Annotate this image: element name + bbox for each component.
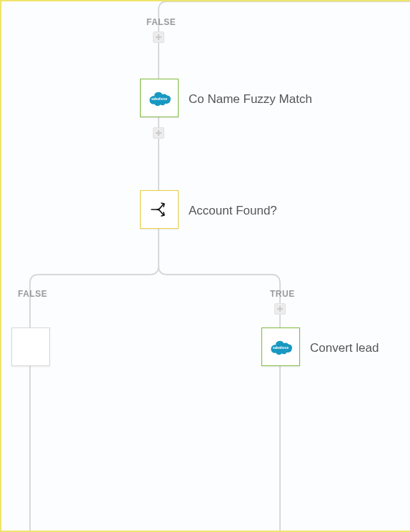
add-step-button[interactable] xyxy=(153,31,164,43)
node-placeholder[interactable] xyxy=(11,327,50,366)
node-account-found-label: Account Found? xyxy=(189,204,277,218)
svg-text:salesforce: salesforce xyxy=(151,97,167,101)
svg-text:salesforce: salesforce xyxy=(273,346,289,350)
add-step-button[interactable] xyxy=(153,127,164,139)
branch-label-false-top: FALSE xyxy=(146,17,176,27)
branch-label-true: TRUE xyxy=(270,289,295,299)
salesforce-icon: salesforce xyxy=(147,89,171,107)
flow-connectors xyxy=(1,1,410,532)
branch-icon xyxy=(149,199,170,220)
salesforce-icon: salesforce xyxy=(269,338,293,355)
node-account-found[interactable] xyxy=(140,190,179,229)
node-convert-lead-label: Convert lead xyxy=(310,341,379,355)
node-fuzzy-match[interactable]: salesforce xyxy=(140,79,179,117)
add-step-button[interactable] xyxy=(274,303,286,315)
branch-label-false: FALSE xyxy=(18,289,47,299)
node-fuzzy-match-label: Co Name Fuzzy Match xyxy=(189,92,312,107)
node-convert-lead[interactable]: salesforce xyxy=(261,327,300,366)
flow-canvas[interactable]: FALSE salesforce Co Name Fuzzy Match Acc… xyxy=(0,0,410,532)
